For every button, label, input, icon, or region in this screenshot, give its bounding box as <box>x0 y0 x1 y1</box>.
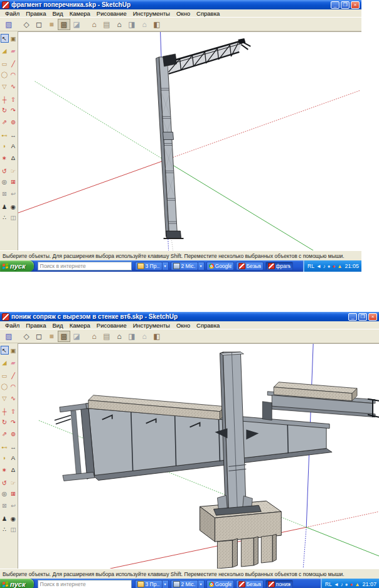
web-search-input[interactable] <box>38 262 132 270</box>
freehand-tool[interactable]: ∿ <box>9 393 18 402</box>
select-tool[interactable]: ↖ <box>1 346 9 355</box>
orbit-tool[interactable]: ↺ <box>1 166 9 175</box>
security-alert-icon[interactable]: ● <box>333 264 336 269</box>
view-back-icon[interactable]: ⌂ <box>138 19 151 30</box>
menu-help[interactable]: Справка <box>193 10 223 17</box>
follow-me-tool[interactable]: ↷ <box>9 417 18 426</box>
menu-draw[interactable]: Рисование <box>93 322 130 329</box>
rectangle-tool[interactable]: ▭ <box>1 371 9 380</box>
shaded-mode-icon[interactable]: ■ <box>45 331 58 342</box>
polygon-tool[interactable]: ▽ <box>1 393 9 402</box>
arc-tool[interactable]: ◠ <box>9 382 18 390</box>
viewport-3d[interactable] <box>18 343 379 569</box>
circle-tool[interactable]: ◯ <box>1 70 9 78</box>
wireframe-mode-icon[interactable]: ◇ <box>20 19 33 30</box>
xray-mode-icon[interactable]: ▨ <box>3 331 15 342</box>
wireframe-mode-icon[interactable]: ◇ <box>20 331 33 342</box>
menu-file[interactable]: Файл <box>2 322 23 329</box>
line-tool[interactable]: ╱ <box>9 371 18 380</box>
taskbar-clock[interactable]: 21:07 <box>362 581 376 587</box>
dimension-tool[interactable]: ↔ <box>9 442 18 451</box>
rotate-tool[interactable]: ↻ <box>1 417 9 426</box>
circle-tool[interactable]: ◯ <box>1 382 9 390</box>
window-titlebar[interactable]: фрагмент поперечника.skp - SketchUp _ ❒ … <box>0 0 361 9</box>
minimize-button[interactable]: _ <box>348 313 357 321</box>
paint-bucket-tool[interactable]: ◢ <box>1 46 9 55</box>
task-button-untitled-sketchup[interactable]: Безым... <box>236 262 264 270</box>
look-around-tool[interactable]: ◉ <box>9 202 18 211</box>
zoom-window-tool[interactable]: ⊞ <box>9 177 18 186</box>
shaded-textures-mode-icon[interactable]: ▩ <box>58 331 70 342</box>
shaded-mode-icon[interactable]: ■ <box>45 19 58 30</box>
view-iso-icon[interactable]: ⌂ <box>88 331 100 342</box>
menu-edit[interactable]: Правка <box>23 322 49 329</box>
rectangle-tool[interactable]: ▭ <box>1 59 9 68</box>
web-search-input[interactable] <box>38 580 132 588</box>
make-component-tool[interactable]: ▣ <box>9 34 18 43</box>
task-button-explorer-group[interactable]: 3 Пр... <box>135 262 163 270</box>
move-tool[interactable]: ┼ <box>1 95 9 104</box>
menu-tools[interactable]: Инструменты <box>130 10 173 17</box>
zoom-extents-tool[interactable]: ⊠ <box>1 189 9 198</box>
dimension-tool[interactable]: ↔ <box>9 131 18 139</box>
view-iso-icon[interactable]: ⌂ <box>88 19 100 30</box>
menu-view[interactable]: Вид <box>49 10 66 17</box>
volume-icon[interactable]: ♪ <box>341 582 343 587</box>
viewport-3d[interactable] <box>18 31 361 250</box>
text-tool[interactable]: A <box>9 453 18 462</box>
view-front-icon[interactable]: ⌂ <box>113 331 125 342</box>
follow-me-tool[interactable]: ↷ <box>9 105 18 114</box>
paint-bucket-tool[interactable]: ◢ <box>1 358 9 366</box>
task-dropdown-arrow[interactable]: ▾ <box>163 262 169 270</box>
zoom-tool[interactable]: ◎ <box>1 489 9 498</box>
hide-icons-chevron[interactable]: ◄ <box>334 582 339 587</box>
look-around-tool[interactable]: ◉ <box>9 514 18 523</box>
push-pull-tool[interactable]: ⇧ <box>9 407 18 415</box>
menu-draw[interactable]: Рисование <box>93 10 130 17</box>
warning-icon[interactable]: ▲ <box>338 264 343 269</box>
task-button-active-sketchup[interactable]: фрагм... <box>265 262 293 270</box>
view-right-icon[interactable]: ◨ <box>125 19 138 30</box>
view-front-icon[interactable]: ⌂ <box>113 19 125 30</box>
view-left-icon[interactable]: ◧ <box>151 331 163 342</box>
task-dropdown-arrow[interactable]: ▾ <box>163 580 169 588</box>
menu-edit[interactable]: Правка <box>23 10 49 17</box>
menu-file[interactable]: Файл <box>2 10 23 17</box>
polygon-tool[interactable]: ▽ <box>1 82 9 90</box>
view-left-icon[interactable]: ◧ <box>151 19 163 30</box>
axes-tool[interactable]: ∗ <box>1 153 9 162</box>
previous-view-tool[interactable]: ↩ <box>9 189 18 198</box>
tape-measure-tool[interactable]: ⊷ <box>1 131 9 139</box>
menu-camera[interactable]: Камера <box>67 322 93 329</box>
orbit-tool[interactable]: ↺ <box>1 478 9 487</box>
line-tool[interactable]: ╱ <box>9 59 18 68</box>
menu-tools[interactable]: Инструменты <box>130 322 173 329</box>
language-indicator[interactable]: RL <box>325 581 332 587</box>
walk-tool[interactable]: ∴ <box>1 525 9 533</box>
restore-button[interactable]: ❒ <box>358 313 367 321</box>
zoom-tool[interactable]: ◎ <box>1 177 9 186</box>
protractor-tool[interactable]: ◗ <box>1 453 9 462</box>
app-tray-icon[interactable]: ● <box>328 264 331 269</box>
monochrome-mode-icon[interactable]: ◪ <box>70 19 83 30</box>
hidden-line-mode-icon[interactable]: ◻ <box>33 19 45 30</box>
menu-window[interactable]: Окно <box>173 322 193 329</box>
start-button[interactable]: пуск <box>0 260 34 272</box>
menu-window[interactable]: Окно <box>173 10 193 17</box>
close-button[interactable]: × <box>368 313 377 321</box>
eraser-tool[interactable]: ▰ <box>9 46 18 55</box>
freehand-tool[interactable]: ∿ <box>9 82 18 90</box>
3d-text-tool[interactable]: Δ <box>9 465 18 474</box>
scale-tool[interactable]: ⇗ <box>1 117 9 126</box>
view-back-icon[interactable]: ⌂ <box>138 331 151 342</box>
volume-icon[interactable]: ♪ <box>323 264 326 269</box>
minimize-button[interactable]: _ <box>331 1 339 9</box>
eraser-tool[interactable]: ▰ <box>9 358 18 366</box>
task-button-google[interactable]: Google... <box>206 262 234 270</box>
menu-view[interactable]: Вид <box>49 322 66 329</box>
monochrome-mode-icon[interactable]: ◪ <box>70 331 83 342</box>
walk-tool[interactable]: ∴ <box>1 213 9 222</box>
tape-measure-tool[interactable]: ⊷ <box>1 442 9 451</box>
offset-tool[interactable]: ⊚ <box>9 117 18 126</box>
zoom-extents-tool[interactable]: ⊠ <box>1 501 9 510</box>
